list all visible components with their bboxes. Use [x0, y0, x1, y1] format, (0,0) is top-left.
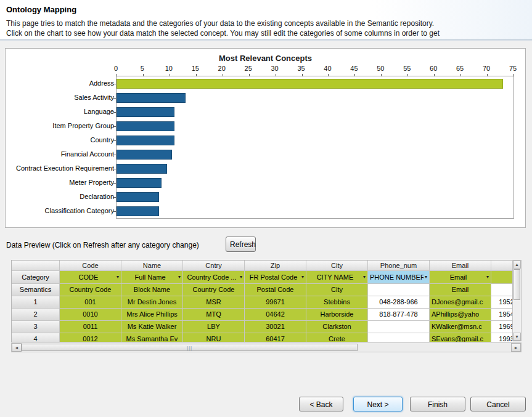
chart-panel: Most Relevant Concepts 05101520253035404… — [5, 48, 526, 228]
data-cell: 0012 — [60, 333, 121, 342]
chart-bar-classification-category[interactable] — [117, 206, 159, 216]
semantics-cell — [368, 284, 430, 296]
x-axis-tick-mark — [249, 74, 250, 76]
scroll-down-icon: ▼ — [515, 334, 519, 339]
semantics-cell: Block Name — [121, 284, 183, 296]
chart-bar-item-property-group[interactable] — [117, 121, 174, 131]
chart-category-label: Sales Activity — [6, 90, 114, 104]
data-cell: Mr Destin Jones — [121, 296, 183, 309]
chart-title: Most Relevant Concepts — [6, 54, 525, 63]
x-axis-tick-mark — [143, 74, 144, 76]
category-combo-phone_num[interactable]: PHONE NUMBER▾ — [368, 271, 430, 284]
scroll-down-button[interactable]: ▼ — [513, 333, 521, 341]
x-axis-tick-mark — [434, 74, 435, 76]
vertical-scrollbar-thumb[interactable] — [514, 269, 520, 300]
column-header-cntry: Cntry — [183, 261, 245, 271]
scroll-left-button[interactable]: ◄ — [12, 343, 22, 352]
semantics-cell: City — [306, 284, 368, 296]
x-axis-tick-mark — [354, 74, 355, 76]
finish-button[interactable]: Finish — [410, 397, 465, 411]
data-cell: MTQ — [183, 309, 245, 321]
category-combo-city[interactable]: CITY NAME▾ — [306, 271, 368, 284]
chart-category-label: Financial Account — [6, 147, 114, 161]
data-cell: Ms Katie Walker — [121, 321, 183, 333]
scroll-right-button[interactable]: ► — [511, 343, 521, 352]
x-axis-tick-label: 25 — [245, 65, 252, 72]
chart-category-label: Meter Property — [6, 175, 114, 189]
data-preview-table: CodeNameCntryZipCityPhone_numEmailCatego… — [11, 260, 513, 342]
data-cell: Harborside — [306, 309, 368, 321]
chart-plot-area[interactable] — [116, 76, 514, 219]
x-axis-tick-label: 50 — [377, 65, 384, 72]
header-separator — [0, 39, 532, 41]
category-combo-label: CODE — [62, 271, 115, 283]
column-header — [491, 261, 513, 271]
row-label-category: Category — [12, 271, 60, 284]
row-number: 2 — [12, 309, 60, 321]
chart-bar-sales-activity[interactable] — [117, 93, 186, 103]
semantics-row: SemanticsCountry CodeBlock NameCountry C… — [12, 284, 513, 296]
x-axis-tick-label: 30 — [271, 65, 278, 72]
chart-bar-financial-account[interactable] — [117, 150, 172, 160]
dropdown-arrow-icon: ▾ — [178, 271, 181, 283]
chart-bar-contract-execution-requirement[interactable] — [117, 164, 167, 174]
column-header-name: Name — [121, 261, 183, 271]
data-cell: Ms Samantha Ev — [121, 333, 183, 342]
chart-bar-country[interactable] — [117, 136, 174, 145]
description-line-2: Click on the chart to see how your data … — [6, 29, 440, 38]
x-axis-tick-label: 15 — [192, 65, 199, 72]
category-combo-extra[interactable] — [491, 271, 513, 284]
chart-bar-language[interactable] — [117, 107, 174, 117]
scrollbar-grip-icon: ||| — [187, 345, 192, 350]
category-combo-cntry[interactable]: Country Code ...▾ — [183, 271, 245, 284]
category-combo-code[interactable]: CODE▾ — [60, 271, 121, 284]
category-combo-name[interactable]: Full Name▾ — [121, 271, 183, 284]
x-axis-tick-label: 75 — [509, 65, 517, 72]
chart-category-label: Language — [6, 104, 114, 118]
semantics-cell: Country Code — [183, 284, 245, 296]
x-axis-tick-mark — [487, 74, 488, 76]
dropdown-arrow-icon: ▾ — [301, 271, 304, 283]
data-cell: Mrs Alice Phillips — [121, 309, 183, 321]
category-combo-email[interactable]: Email▾ — [430, 271, 491, 284]
back-button[interactable]: < Back — [299, 397, 343, 411]
table-row: 1001Mr Destin JonesMSR99671Stebbins048-2… — [12, 296, 513, 309]
category-combo-label: FR Postal Code — [247, 271, 300, 283]
data-cell: 818-877-478 — [368, 309, 430, 321]
data-cell: DJones@gmail.c — [430, 296, 491, 309]
row-number: 4 — [12, 333, 60, 342]
data-cell: Stebbins — [306, 296, 368, 309]
refresh-button[interactable]: Refresh — [226, 237, 256, 252]
horizontal-scrollbar-thumb[interactable]: ||| — [22, 344, 358, 351]
category-combo-label: CITY NAME — [308, 271, 362, 283]
x-axis-tick-label: 40 — [324, 65, 331, 72]
chart-bar-meter-property[interactable] — [117, 178, 162, 188]
vertical-scrollbar[interactable]: ▲ ▼ — [512, 260, 522, 341]
data-cell: 0011 — [60, 321, 121, 333]
cancel-button[interactable]: Cancel — [470, 397, 526, 411]
scroll-up-button[interactable]: ▲ — [513, 261, 521, 269]
data-cell: 30021 — [245, 321, 306, 333]
table-content: CodeNameCntryZipCityPhone_numEmailCatego… — [12, 261, 513, 342]
chart-bar-declaration[interactable] — [117, 192, 159, 202]
horizontal-scrollbar[interactable]: ◄ ||| ► — [11, 342, 522, 352]
chart-bar-address[interactable] — [117, 79, 503, 89]
chart-category-label: Address — [6, 76, 114, 90]
data-cell: 1993-0 — [491, 333, 513, 342]
data-cell: 99671 — [245, 296, 306, 309]
dropdown-arrow-icon: ▾ — [425, 271, 427, 283]
next-button[interactable]: Next > — [353, 397, 403, 411]
column-header-email: Email — [430, 261, 491, 271]
x-axis-tick-label: 5 — [141, 65, 144, 72]
x-axis-tick-mark — [328, 74, 329, 76]
data-cell — [368, 321, 430, 333]
data-cell: 0010 — [60, 309, 121, 321]
x-axis-tick-label: 55 — [403, 65, 411, 72]
data-cell: 1954-0 — [491, 309, 513, 321]
semantics-cell: Country Code — [60, 284, 121, 296]
column-header-phone_num: Phone_num — [368, 261, 430, 271]
category-combo-label: Email — [432, 271, 485, 283]
x-axis-tick-mark — [407, 74, 408, 76]
category-combo-zip[interactable]: FR Postal Code▾ — [245, 271, 306, 284]
x-axis-tick-mark — [223, 74, 223, 76]
